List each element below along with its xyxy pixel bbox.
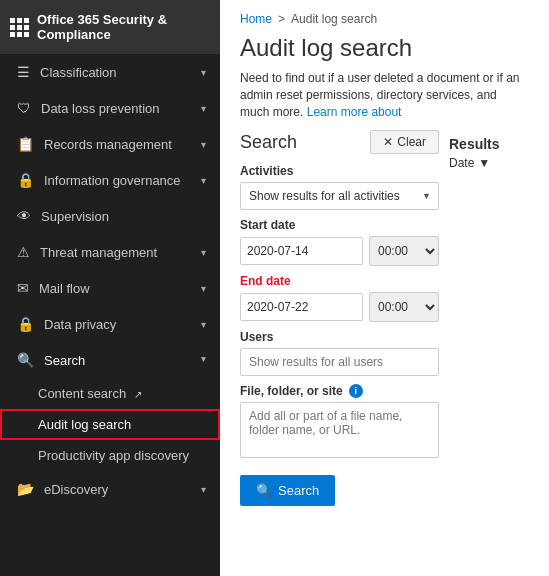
sidebar-subitem-productivity-app-discovery[interactable]: Productivity app discovery [0,440,220,471]
sidebar-item-search[interactable]: 🔍 Search ▴ [0,342,220,378]
sidebar-item-label: Records management [44,137,172,152]
records-icon: 📋 [17,136,34,152]
ediscovery-icon: 📂 [17,481,34,497]
chevron-down-icon: ▾ [201,484,206,495]
end-date-label: End date [240,274,439,288]
activities-label: Activities [240,164,439,178]
threat-icon: ⚠ [17,244,30,260]
info-icon[interactable]: i [349,384,363,398]
chevron-down-icon: ▾ [201,247,206,258]
sort-chevron-icon: ▼ [478,156,490,170]
sidebar-item-records-management[interactable]: 📋 Records management ▾ [0,126,220,162]
chevron-down-icon: ▾ [201,319,206,330]
search-panel: Search ✕ Clear Activities Show results f… [220,130,549,506]
start-date-row: 📅 00:00 [240,236,439,266]
sort-label: Date [449,156,474,170]
sidebar-subitem-content-search[interactable]: Content search ↗ [0,378,220,409]
search-btn-label: Search [278,483,319,498]
end-date-input[interactable] [241,294,363,320]
results-title: Results [449,130,529,152]
sidebar-item-threat-management[interactable]: ⚠ Threat management ▾ [0,234,220,270]
end-time-select[interactable]: 00:00 [369,292,439,322]
subitem-label: Productivity app discovery [38,448,189,463]
chevron-up-icon: ▴ [201,355,206,366]
chevron-down-icon: ▾ [201,175,206,186]
results-panel: Results Date ▼ [439,130,529,506]
external-link-icon: ↗ [134,389,142,400]
activities-select-wrapper: Show results for all activities [240,182,439,210]
breadcrumb-home[interactable]: Home [240,12,272,26]
start-time-select[interactable]: 00:00 [369,236,439,266]
activities-select[interactable]: Show results for all activities [240,182,439,210]
app-title: Office 365 Security & Compliance [37,12,210,42]
search-nav-icon: 🔍 [17,352,34,368]
main-content: Home > Audit log search Audit log search… [220,0,549,576]
sidebar-item-label: Supervision [41,209,109,224]
mail-icon: ✉ [17,280,29,296]
users-label: Users [240,330,439,344]
search-form-header: Search ✕ Clear [240,130,439,154]
sidebar-item-label: Data privacy [44,317,116,332]
supervision-icon: 👁 [17,208,31,224]
sidebar-item-mail-flow[interactable]: ✉ Mail flow ▾ [0,270,220,306]
sidebar-item-classification[interactable]: ☰ Classification ▾ [0,54,220,90]
clear-label: Clear [397,135,426,149]
chevron-down-icon: ▾ [201,67,206,78]
page-title: Audit log search [220,30,549,70]
search-form-title: Search [240,132,297,153]
info-text: Need to find out if a user deleted a doc… [220,70,549,130]
sidebar-item-label: Threat management [40,245,157,260]
breadcrumb-current: Audit log search [291,12,377,26]
clear-button[interactable]: ✕ Clear [370,130,439,154]
search-button[interactable]: 🔍 Search [240,475,335,506]
clear-icon: ✕ [383,135,393,149]
sidebar-item-ediscovery[interactable]: 📂 eDiscovery ▾ [0,471,220,507]
sidebar: Office 365 Security & Compliance ☰ Class… [0,0,220,576]
learn-more-link[interactable]: Learn more about [307,105,402,119]
classification-icon: ☰ [17,64,30,80]
sidebar-subitem-audit-log-search[interactable]: Audit log search [0,409,220,440]
breadcrumb-separator: > [278,12,285,26]
start-date-label: Start date [240,218,439,232]
start-date-input-wrapper: 📅 [240,237,363,265]
data-loss-icon: 🛡 [17,100,31,116]
sidebar-item-information-governance[interactable]: 🔒 Information governance ▾ [0,162,220,198]
results-sort[interactable]: Date ▼ [449,156,529,170]
app-header: Office 365 Security & Compliance [0,0,220,54]
sidebar-item-label: Information governance [44,173,181,188]
search-form: Search ✕ Clear Activities Show results f… [240,130,439,506]
chevron-down-icon: ▾ [201,103,206,114]
subitem-label: Audit log search [38,417,131,432]
sidebar-item-supervision[interactable]: 👁 Supervision [0,198,220,234]
app-grid-icon [10,18,29,37]
end-date-input-wrapper: 📅 [240,293,363,321]
search-btn-icon: 🔍 [256,483,272,498]
sidebar-item-data-loss-prevention[interactable]: 🛡 Data loss prevention ▾ [0,90,220,126]
sidebar-item-label: Classification [40,65,117,80]
sidebar-item-label: Search [44,353,85,368]
start-date-input[interactable] [241,238,363,264]
privacy-icon: 🔒 [17,316,34,332]
users-input[interactable] [240,348,439,376]
subitem-label: Content search [38,386,126,401]
info-gov-icon: 🔒 [17,172,34,188]
end-date-row: 📅 00:00 [240,292,439,322]
breadcrumb: Home > Audit log search [220,0,549,30]
file-label-row: File, folder, or site i [240,384,439,398]
sidebar-item-label: eDiscovery [44,482,108,497]
chevron-down-icon: ▾ [201,139,206,150]
file-label: File, folder, or site [240,384,343,398]
file-textarea[interactable] [240,402,439,458]
sidebar-item-label: Mail flow [39,281,90,296]
sidebar-item-data-privacy[interactable]: 🔒 Data privacy ▾ [0,306,220,342]
chevron-down-icon: ▾ [201,283,206,294]
sidebar-item-label: Data loss prevention [41,101,160,116]
